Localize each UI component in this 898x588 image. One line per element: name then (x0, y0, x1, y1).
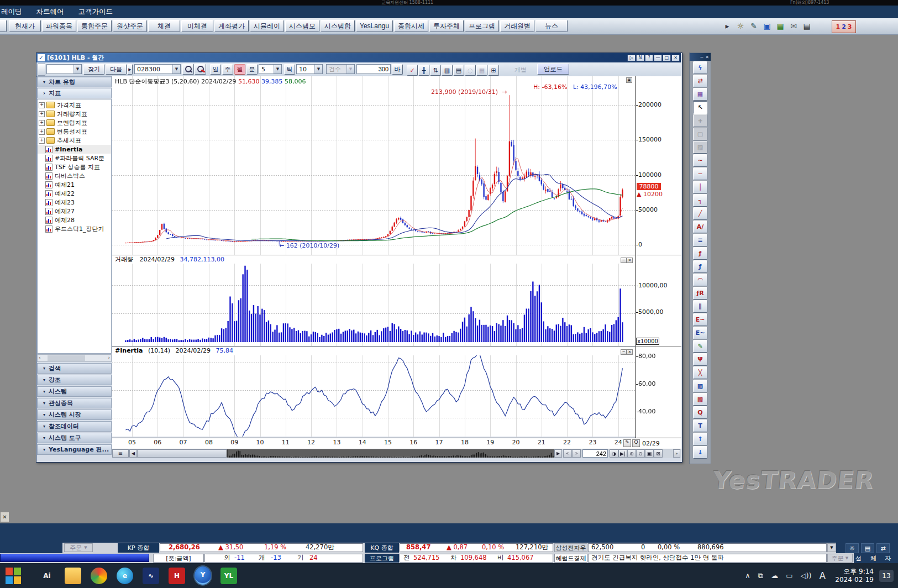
scroll-right-icon[interactable]: › (108, 355, 110, 360)
grid-link-icon[interactable]: ▦ (693, 88, 707, 101)
tree-indicator-3[interactable]: 다바스박스 (38, 171, 111, 180)
taskbar-app-search-ai[interactable]: Ai (39, 568, 55, 584)
go-end-icon[interactable]: ▶| (618, 449, 627, 458)
toolbar-button-6[interactable]: 계좌평가 (214, 20, 249, 32)
help-button[interactable]: ? (645, 55, 653, 61)
indicator-combo[interactable]: ▼ (46, 64, 82, 74)
combo-arrow-icon[interactable]: ▼ (274, 65, 281, 74)
inertia-chart-canvas[interactable] (112, 355, 636, 437)
status-button-0[interactable]: 설정 (855, 554, 867, 562)
pencil-icon[interactable]: ✎ (693, 340, 707, 353)
price-label-icon[interactable]: A/ (693, 221, 707, 233)
next-button[interactable]: 다음 (106, 64, 127, 75)
clock[interactable]: 오후 9:14 2024-02-19 (835, 568, 874, 584)
scroll-up-icon[interactable]: ↑ (693, 433, 707, 445)
price-chart-canvas[interactable] (112, 76, 636, 255)
close-chart-icon[interactable]: ⊠ (654, 449, 663, 458)
expander-plus-icon[interactable]: + (39, 138, 45, 144)
sidebar-section-5[interactable]: ▾참조데이터 (37, 421, 112, 432)
mail-icon[interactable]: ✉ (787, 20, 800, 32)
select-region-icon[interactable]: ▨ (693, 141, 707, 154)
period-minute-button[interactable]: 분 (246, 64, 258, 75)
expander-plus-icon[interactable]: + (39, 111, 45, 117)
maximize-button[interactable]: □ (663, 55, 671, 61)
select-area-icon[interactable]: ▢ (693, 128, 707, 140)
pane-close-icon[interactable]: ✕ (627, 349, 633, 355)
pitchfork-icon[interactable]: Ψ (693, 353, 707, 366)
pane-minimize-icon[interactable]: ─ (621, 258, 627, 263)
fib-fan-icon[interactable]: ƒ (693, 260, 707, 273)
minimize-button[interactable]: — (654, 55, 662, 61)
board-icon[interactable]: ▦ (476, 65, 487, 76)
taskbar-app-hts-app[interactable]: H (169, 568, 185, 584)
status-button-2[interactable]: 자동 (885, 554, 896, 562)
collapse-toolbar-icon[interactable]: » (673, 449, 680, 458)
tree-indicator-2[interactable]: TSF 상승률 지표 (38, 162, 111, 171)
fib-retracement-icon[interactable]: ƒ (693, 247, 707, 260)
minimize-icon[interactable]: ─ (700, 55, 703, 60)
scroll-thumb[interactable] (137, 449, 228, 458)
period-week-button[interactable]: 주 (222, 64, 233, 75)
ime-indicator[interactable]: A (820, 570, 826, 581)
tree-folder-3[interactable]: +변동성지표 (38, 127, 111, 136)
zoom-in-icon[interactable]: ⊕ (627, 449, 636, 458)
minute-combo[interactable]: 5▼ (259, 64, 282, 74)
search-button[interactable] (182, 64, 194, 75)
new-window-button[interactable]: N (636, 55, 644, 61)
combo-arrow-icon[interactable]: ▼ (73, 65, 81, 74)
scroll-left-icon[interactable]: ‹ (39, 355, 41, 360)
fib-extension-icon[interactable]: ƒR (693, 287, 707, 300)
toolbar-button-12[interactable]: 투자주체 (429, 20, 464, 32)
toolbar-button-4[interactable]: 체결 (148, 20, 180, 32)
quote-board-icon[interactable]: Q (693, 406, 707, 419)
close-icon[interactable]: ✕ (705, 55, 709, 60)
scroll-left-button[interactable]: ◀ (129, 449, 137, 458)
text-tool-icon[interactable]: T (693, 419, 707, 432)
toolbar-button-8[interactable]: 시스템모 (285, 20, 319, 32)
upload-button[interactable]: 업로드 (537, 64, 569, 75)
tree-folder-2[interactable]: +모멘텀지표 (38, 118, 111, 127)
pane-minimize-icon[interactable]: ─ (621, 349, 627, 355)
notification-badge[interactable]: 13 (879, 570, 894, 582)
volume-icon[interactable]: ◁)) (800, 571, 811, 580)
compare-icon[interactable]: ✓ (407, 65, 418, 76)
toolbar-button-10[interactable]: YesLangu (356, 20, 393, 32)
pane-close-icon[interactable]: ✕ (627, 258, 633, 263)
scroll-down-icon[interactable]: ↓ (693, 446, 707, 459)
period-tick-button[interactable]: 틱 (284, 64, 295, 75)
stock-code-combo[interactable]: 028300▼ (134, 64, 181, 74)
sync-icon[interactable]: ⇄ (693, 75, 707, 87)
gann-grid-icon[interactable]: ▩ (693, 380, 707, 392)
trendline-icon[interactable]: ~ (693, 154, 707, 167)
toolbar-button-7[interactable]: 시뮬레이 (250, 20, 284, 32)
toolbar-button-0[interactable]: 현재가 (9, 20, 41, 32)
toolbar-button-14[interactable]: 거래원별 (500, 20, 534, 32)
period-month-button[interactable]: 월 (234, 64, 245, 75)
channel-icon[interactable]: ∥ (693, 300, 707, 313)
crosshair-icon[interactable]: + (693, 114, 707, 127)
tree-folder-4[interactable]: +추세지표 (38, 136, 111, 145)
scroll-grip[interactable]: ≡ (112, 449, 129, 458)
monitor-icon[interactable]: ▣ (760, 20, 774, 32)
pencil-tool-icon[interactable]: ✎ (623, 439, 631, 447)
window-icon[interactable]: ▣ (645, 449, 654, 458)
scroll-right-button[interactable]: ▶ (554, 449, 562, 458)
news-doc-icon[interactable]: ▤ (861, 543, 874, 553)
scroll-thumb[interactable] (48, 355, 85, 361)
bar-style-icon[interactable]: ╫ (418, 65, 429, 76)
settings-gear-icon[interactable]: ☼ (734, 20, 747, 32)
parallel-lines-icon[interactable]: ≡ (693, 234, 707, 246)
layout-grid-icon[interactable]: ▦ (774, 20, 787, 32)
toolbar-button-9[interactable]: 시스템합 (321, 20, 355, 32)
magnifier-tool-icon[interactable]: Q (632, 439, 640, 447)
popout-button[interactable]: ▷ (627, 55, 636, 61)
menu-item-0[interactable]: 레이딩 (1, 7, 22, 17)
taskbar-app-file-explorer[interactable] (65, 568, 81, 584)
taskbar-app-chrome[interactable] (91, 568, 107, 584)
tree-indicator-9[interactable]: 우드스탁1_장단기 (38, 224, 111, 233)
status-button-1[interactable]: 체결 (870, 554, 882, 562)
cloud-offline-icon[interactable]: ☁ (771, 571, 778, 580)
diagonal-line-icon[interactable]: ╱ (693, 207, 707, 220)
hotkey-badge[interactable]: 1 2 3 (832, 20, 856, 33)
sidebar-section-6[interactable]: ▾시스템 도구 (37, 433, 112, 443)
